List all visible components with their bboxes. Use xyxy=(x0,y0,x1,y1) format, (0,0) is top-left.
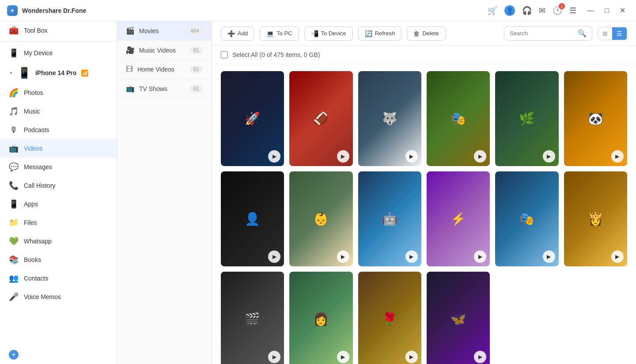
music-videos-sub-icon: 🎥 xyxy=(126,46,135,54)
add-button[interactable]: ➕ Add xyxy=(221,27,254,41)
video-thumb-8[interactable]: 👶 ▶ xyxy=(289,171,352,266)
video-thumb-16[interactable]: 🦋 ▶ xyxy=(427,272,490,364)
play-button-15[interactable]: ▶ xyxy=(405,351,418,363)
video-thumb-11[interactable]: 🎭 ▶ xyxy=(495,171,558,266)
list-icon[interactable]: ☰ xyxy=(569,6,576,15)
home-videos-sub-icon: 🎞 xyxy=(126,65,133,73)
video-thumb-5[interactable]: 🌿 ▶ xyxy=(495,71,558,166)
main-layout: 🧰 Tool Box 📱 My Device ▼ 📱 iPhone 14 Pro… xyxy=(0,21,636,364)
video-thumb-2[interactable]: 🏈 ▶ xyxy=(289,71,352,166)
headset-icon[interactable]: 🎧 xyxy=(522,6,532,15)
video-thumb-6[interactable]: 🐼 ▶ xyxy=(564,71,627,166)
list-view-button[interactable]: ☰ xyxy=(612,27,627,40)
video-thumb-15[interactable]: 🌹 ▶ xyxy=(358,272,421,364)
sidebar-item-voice-memos[interactable]: 🎤 Voice Memos xyxy=(0,288,117,306)
sidebar-item-whatsapp[interactable]: 💚 Whatsapp xyxy=(0,232,117,250)
sidebar-item-files[interactable]: 📁 Files xyxy=(0,213,117,232)
app-logo: + xyxy=(7,5,18,16)
video-thumb-10[interactable]: ⚡ ▶ xyxy=(427,171,490,266)
sidebar-item-music[interactable]: 🎵 Music xyxy=(0,102,117,121)
title-bar: + Wondershare Dr.Fone 🛒 👤 🎧 ✉ 🕐 1 ☰ — □ … xyxy=(0,0,636,21)
messages-icon: 💬 xyxy=(9,162,19,172)
sidebar-item-floating[interactable]: + xyxy=(0,345,117,364)
search-box[interactable]: 🔍 xyxy=(504,26,592,41)
play-button-3[interactable]: ▶ xyxy=(405,150,418,163)
sub-sidebar-item-movies[interactable]: 🎬 Movies 464 xyxy=(117,21,212,41)
sidebar-item-call-history[interactable]: 📞 Call History xyxy=(0,176,117,195)
maximize-button[interactable]: □ xyxy=(601,4,613,16)
sidebar-item-podcasts[interactable]: 🎙 Podcasts xyxy=(0,121,117,139)
content-area: ➕ Add 💻 To PC 📲 To Device 🔄 Refresh 🗑 De… xyxy=(212,21,636,364)
grid-view-button[interactable]: ⊞ xyxy=(598,27,612,40)
select-all-label[interactable]: Select All (0 of 475 items, 0 GB) xyxy=(232,51,320,58)
history-icon[interactable]: 🕐 1 xyxy=(553,6,562,15)
play-button-9[interactable]: ▶ xyxy=(405,250,418,263)
chevron-icon: ▼ xyxy=(9,71,13,76)
plus-icon: + xyxy=(9,350,19,360)
sidebar-item-videos[interactable]: 📺 Videos xyxy=(0,139,117,158)
play-button-5[interactable]: ▶ xyxy=(543,150,555,163)
video-thumb-4[interactable]: 🎭 ▶ xyxy=(427,71,490,166)
video-thumb-12[interactable]: 👸 ▶ xyxy=(564,171,627,266)
window-controls: — □ ✕ xyxy=(583,4,629,16)
sidebar-label-photos: Photos xyxy=(24,89,108,96)
videos-icon: 📺 xyxy=(9,144,19,153)
profile-icon[interactable]: 👤 xyxy=(504,5,515,16)
view-toggle: ⊞ ☰ xyxy=(598,27,627,40)
cart-icon[interactable]: 🛒 xyxy=(488,6,497,15)
play-button-12[interactable]: ▶ xyxy=(611,250,624,263)
play-button-6[interactable]: ▶ xyxy=(611,150,624,163)
sidebar-item-apps[interactable]: 📱 Apps xyxy=(0,195,117,213)
to-pc-icon: 💻 xyxy=(266,30,274,37)
device-name: iPhone 14 Pro xyxy=(35,69,76,76)
sidebar-label-videos: Videos xyxy=(24,145,108,152)
play-button-11[interactable]: ▶ xyxy=(543,250,555,263)
sidebar-label-call-history: Call History xyxy=(24,182,108,189)
to-device-label: To Device xyxy=(321,30,346,37)
sidebar-label-apps: Apps xyxy=(24,201,108,208)
video-thumb-14[interactable]: 👩 ▶ xyxy=(289,272,352,364)
sub-label-tv-shows: TV Shows xyxy=(139,85,186,92)
select-all-checkbox[interactable] xyxy=(221,51,228,58)
sidebar-item-messages[interactable]: 💬 Messages xyxy=(0,158,117,176)
sub-sidebar-item-music-videos[interactable]: 🎥 Music Videos 61 xyxy=(117,41,212,60)
to-device-button[interactable]: 📲 To Device xyxy=(304,27,353,41)
sidebar-item-contacts[interactable]: 👥 Contacts xyxy=(0,269,117,288)
sidebar-items-list: 🌈 Photos 🎵 Music 🎙 Podcasts 📺 Videos 💬 M… xyxy=(0,83,117,306)
play-button-8[interactable]: ▶ xyxy=(337,250,349,263)
wifi-icon: 📶 xyxy=(81,69,88,76)
play-button-2[interactable]: ▶ xyxy=(337,150,349,163)
mail-icon[interactable]: ✉ xyxy=(539,6,545,15)
toolbar: ➕ Add 💻 To PC 📲 To Device 🔄 Refresh 🗑 De… xyxy=(212,21,636,46)
close-button[interactable]: ✕ xyxy=(616,4,629,16)
voice-memos-icon: 🎤 xyxy=(9,292,19,302)
device-header[interactable]: ▼ 📱 iPhone 14 Pro 📶 xyxy=(0,62,117,83)
video-thumb-1[interactable]: 🚀 ▶ xyxy=(221,71,284,166)
sidebar-item-books[interactable]: 📚 Books xyxy=(0,250,117,269)
minimize-button[interactable]: — xyxy=(583,4,598,16)
search-input[interactable] xyxy=(510,30,574,37)
to-pc-button[interactable]: 💻 To PC xyxy=(260,27,299,41)
refresh-button[interactable]: 🔄 Refresh xyxy=(358,27,402,41)
sidebar-item-toolbox[interactable]: 🧰 Tool Box xyxy=(0,21,117,40)
sub-sidebar-item-tv-shows[interactable]: 📺 TV Shows 61 xyxy=(117,79,212,99)
to-device-icon: 📲 xyxy=(311,30,318,37)
movies-sub-icon: 🎬 xyxy=(126,27,135,35)
delete-button[interactable]: 🗑 Delete xyxy=(407,27,446,41)
sub-sidebar-item-home-videos[interactable]: 🎞 Home Videos 61 xyxy=(117,60,212,79)
photos-icon: 🌈 xyxy=(9,88,19,98)
mydevice-label: My Device xyxy=(24,49,108,57)
video-thumb-13[interactable]: 🎬 ▶ xyxy=(221,272,284,364)
play-button-14[interactable]: ▶ xyxy=(337,351,349,363)
video-thumb-9[interactable]: 🤖 ▶ xyxy=(358,171,421,266)
video-thumb-3[interactable]: 🐺 ▶ xyxy=(358,71,421,166)
video-thumb-7[interactable]: 👤 ▶ xyxy=(221,171,284,266)
contacts-icon: 👥 xyxy=(9,273,19,283)
sidebar-item-photos[interactable]: 🌈 Photos xyxy=(0,83,117,102)
sidebar-label-podcasts: Podcasts xyxy=(24,126,108,133)
sidebar-label-whatsapp: Whatsapp xyxy=(24,238,108,245)
thumb-figure-16: 🦋 xyxy=(427,272,490,364)
sidebar-item-mydevice[interactable]: 📱 My Device xyxy=(0,44,117,62)
whatsapp-icon: 💚 xyxy=(9,236,19,246)
music-icon: 🎵 xyxy=(9,106,19,116)
